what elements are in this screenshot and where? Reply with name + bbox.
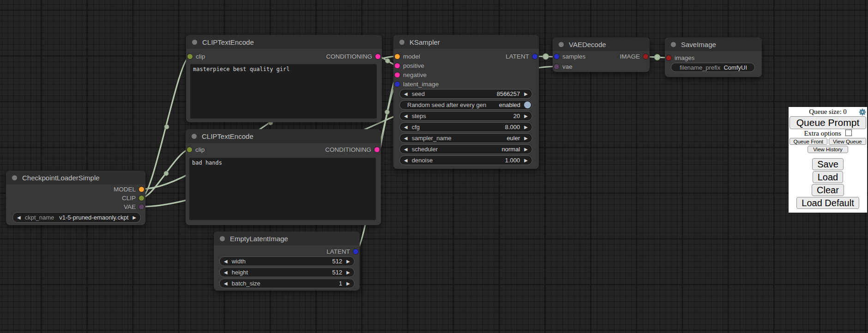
conditioning-slot-dot-icon[interactable] bbox=[375, 54, 380, 59]
decrement-arrow-icon[interactable]: ◀ bbox=[220, 270, 228, 275]
widget-filename-prefix[interactable]: filename_prefix ComfyUI bbox=[671, 63, 755, 72]
increment-arrow-icon[interactable]: ▶ bbox=[524, 136, 532, 141]
increment-arrow-icon[interactable]: ▶ bbox=[346, 281, 354, 286]
input-slot-clip[interactable]: clip bbox=[187, 52, 205, 60]
link-midpoint-dot[interactable] bbox=[386, 59, 390, 63]
latent-slot-dot-icon[interactable] bbox=[395, 82, 400, 87]
output-slot-latent[interactable]: LATENT bbox=[506, 52, 537, 60]
node-checkpoint-loader-simple[interactable]: CheckpointLoaderSimple MODEL CLIP VAE ◀ … bbox=[6, 171, 145, 225]
decrement-arrow-icon[interactable]: ◀ bbox=[400, 158, 408, 163]
load-default-button[interactable]: Load Default bbox=[796, 197, 859, 209]
node-title-bar[interactable]: CLIPTextEncode bbox=[186, 35, 382, 49]
model-slot-dot-icon[interactable] bbox=[139, 187, 144, 192]
node-save-image[interactable]: SaveImage images filename_prefix ComfyUI bbox=[665, 37, 762, 77]
clip-slot-dot-icon[interactable] bbox=[139, 196, 144, 201]
node-title-bar[interactable]: SaveImage bbox=[665, 37, 762, 51]
queue-prompt-button[interactable]: Queue Prompt bbox=[790, 116, 866, 129]
queue-front-button[interactable]: Queue Front bbox=[790, 138, 827, 145]
node-collapse-dot-icon[interactable] bbox=[192, 40, 197, 45]
decrement-arrow-icon[interactable]: ◀ bbox=[400, 114, 408, 119]
link-midpoint-dot[interactable] bbox=[543, 54, 549, 59]
increment-arrow-icon[interactable]: ▶ bbox=[524, 158, 532, 163]
output-slot-conditioning[interactable]: CONDITIONING bbox=[325, 145, 380, 154]
decrement-arrow-icon[interactable]: ◀ bbox=[220, 259, 228, 264]
widget-scheduler[interactable]: ◀ scheduler normal ▶ bbox=[399, 144, 532, 154]
output-slot-model[interactable]: MODEL bbox=[114, 185, 144, 193]
node-collapse-dot-icon[interactable] bbox=[192, 134, 197, 139]
node-clip-text-encode-negative[interactable]: CLIPTextEncode clip CONDITIONING bad han… bbox=[186, 129, 381, 225]
clip-slot-dot-icon[interactable] bbox=[187, 54, 193, 59]
vae-slot-dot-icon[interactable] bbox=[139, 204, 144, 209]
node-ksampler[interactable]: KSampler model positive negative latent_… bbox=[393, 35, 539, 169]
save-button[interactable]: Save bbox=[812, 158, 844, 170]
input-slot-latent-image[interactable]: latent_image bbox=[395, 80, 439, 88]
widget-seed[interactable]: ◀ seed 8566257 ▶ bbox=[399, 89, 532, 99]
decrement-arrow-icon[interactable]: ◀ bbox=[13, 215, 21, 220]
decrement-arrow-icon[interactable]: ◀ bbox=[400, 136, 408, 141]
conditioning-slot-dot-icon[interactable] bbox=[374, 147, 380, 152]
conditioning-slot-dot-icon[interactable] bbox=[395, 63, 400, 68]
latent-slot-dot-icon[interactable] bbox=[554, 54, 559, 59]
input-slot-model[interactable]: model bbox=[395, 52, 420, 60]
decrement-arrow-icon[interactable]: ◀ bbox=[400, 92, 408, 96]
widget-sampler-name[interactable]: ◀ sampler_name euler ▶ bbox=[399, 133, 532, 143]
widget-denoise[interactable]: ◀ denoise 1.000 ▶ bbox=[399, 155, 532, 165]
node-collapse-dot-icon[interactable] bbox=[559, 42, 564, 47]
link-midpoint-dot[interactable] bbox=[654, 54, 660, 60]
extra-options-checkbox[interactable] bbox=[845, 130, 852, 136]
increment-arrow-icon[interactable]: ▶ bbox=[524, 92, 532, 96]
clear-button[interactable]: Clear bbox=[812, 184, 844, 196]
prompt-textarea[interactable]: masterpiece best quality girl bbox=[190, 64, 377, 119]
node-collapse-dot-icon[interactable] bbox=[220, 236, 225, 241]
input-slot-clip[interactable]: clip bbox=[187, 145, 205, 154]
clip-slot-dot-icon[interactable] bbox=[187, 147, 192, 152]
output-slot-vae[interactable]: VAE bbox=[124, 202, 144, 211]
toggle-on-icon[interactable] bbox=[524, 101, 531, 108]
link-midpoint-dot[interactable] bbox=[164, 125, 169, 129]
input-slot-negative[interactable]: negative bbox=[395, 71, 427, 79]
output-slot-conditioning[interactable]: CONDITIONING bbox=[326, 52, 380, 60]
node-title-bar[interactable]: VAEDecode bbox=[553, 37, 650, 51]
input-slot-vae[interactable]: vae bbox=[554, 62, 573, 71]
widget-cfg[interactable]: ◀ cfg 8.000 ▶ bbox=[399, 122, 532, 132]
prompt-textarea[interactable]: bad hands bbox=[189, 158, 376, 220]
node-title-bar[interactable]: KSampler bbox=[393, 35, 539, 49]
link-midpoint-dot[interactable] bbox=[385, 110, 390, 114]
widget-batch-size[interactable]: ◀ batch_size 1 ▶ bbox=[219, 279, 355, 288]
increment-arrow-icon[interactable]: ▶ bbox=[524, 114, 532, 119]
link-midpoint-dot[interactable] bbox=[164, 171, 169, 176]
model-slot-dot-icon[interactable] bbox=[395, 54, 400, 59]
image-slot-dot-icon[interactable] bbox=[643, 54, 648, 59]
image-slot-dot-icon[interactable] bbox=[666, 55, 671, 60]
input-slot-samples[interactable]: samples bbox=[554, 52, 585, 60]
node-collapse-dot-icon[interactable] bbox=[399, 40, 404, 45]
node-vae-decode[interactable]: VAEDecode samples vae IMAGE bbox=[553, 37, 650, 72]
output-slot-image[interactable]: IMAGE bbox=[620, 52, 648, 60]
decrement-arrow-icon[interactable]: ◀ bbox=[400, 125, 408, 130]
view-queue-button[interactable]: View Queue bbox=[829, 138, 867, 145]
node-collapse-dot-icon[interactable] bbox=[671, 42, 676, 47]
load-button[interactable]: Load bbox=[813, 171, 844, 183]
comfyui-canvas[interactable]: CheckpointLoaderSimple MODEL CLIP VAE ◀ … bbox=[0, 0, 868, 333]
widget-width[interactable]: ◀ width 512 ▶ bbox=[219, 256, 355, 266]
node-clip-text-encode-positive[interactable]: CLIPTextEncode clip CONDITIONING masterp… bbox=[186, 35, 382, 122]
increment-arrow-icon[interactable]: ▶ bbox=[346, 259, 354, 264]
output-slot-latent[interactable]: LATENT bbox=[326, 247, 358, 256]
node-collapse-dot-icon[interactable] bbox=[12, 175, 17, 180]
increment-arrow-icon[interactable]: ▶ bbox=[524, 125, 532, 130]
vae-slot-dot-icon[interactable] bbox=[554, 64, 559, 69]
view-history-button[interactable]: View History bbox=[808, 146, 848, 153]
decrement-arrow-icon[interactable]: ◀ bbox=[400, 147, 408, 152]
latent-slot-dot-icon[interactable] bbox=[532, 54, 537, 59]
input-slot-images[interactable]: images bbox=[666, 54, 695, 62]
conditioning-slot-dot-icon[interactable] bbox=[395, 72, 400, 77]
widget-height[interactable]: ◀ height 512 ▶ bbox=[219, 268, 355, 277]
node-title-bar[interactable]: CLIPTextEncode bbox=[186, 129, 381, 143]
output-slot-clip[interactable]: CLIP bbox=[122, 194, 144, 202]
node-title-bar[interactable]: CheckpointLoaderSimple bbox=[6, 171, 145, 184]
latent-slot-dot-icon[interactable] bbox=[353, 249, 358, 254]
settings-gear-icon[interactable] bbox=[859, 108, 866, 116]
increment-arrow-icon[interactable]: ▶ bbox=[346, 270, 354, 275]
node-title-bar[interactable]: EmptyLatentImage bbox=[214, 232, 360, 245]
widget-steps[interactable]: ◀ steps 20 ▶ bbox=[399, 111, 532, 121]
